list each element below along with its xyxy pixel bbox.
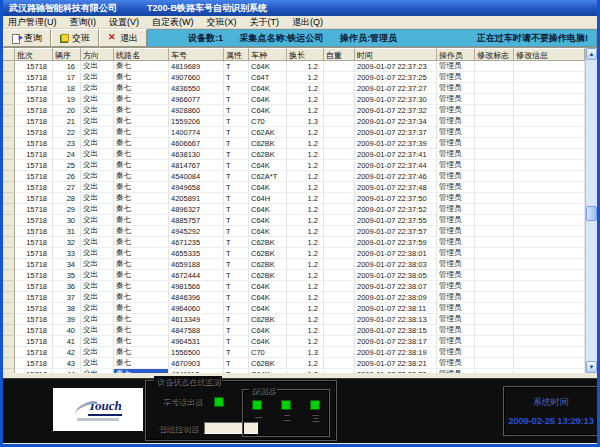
row-indicator[interactable] [3, 116, 15, 127]
table-cell[interactable] [324, 358, 355, 369]
table-cell[interactable] [324, 105, 355, 116]
row-indicator[interactable] [3, 237, 15, 248]
table-cell[interactable]: 1.2 [287, 325, 324, 336]
table-cell[interactable]: 秦七 [114, 116, 169, 127]
table-cell[interactable]: 管理员 [437, 281, 475, 292]
table-row[interactable]: 1571831交出秦七4945292TC64K1.22009-01-07 22:… [3, 226, 585, 237]
table-cell[interactable]: 秦七 [114, 336, 169, 347]
table-cell[interactable]: C62BK [249, 358, 287, 369]
table-cell[interactable]: 2009-01-07 22:38:01 [355, 248, 437, 259]
table-cell[interactable]: 秦七 [114, 138, 169, 149]
table-cell[interactable]: 交出 [81, 105, 114, 116]
table-cell[interactable]: 交出 [81, 138, 114, 149]
table-cell[interactable]: T [224, 215, 249, 226]
table-cell[interactable]: 15718 [15, 226, 53, 237]
header-cell[interactable]: 修改信息 [514, 48, 585, 61]
table-cell[interactable] [324, 259, 355, 270]
row-indicator[interactable] [3, 303, 15, 314]
table-cell[interactable]: 4819689 [169, 61, 224, 72]
table-cell[interactable]: 22 [53, 127, 81, 138]
table-cell[interactable]: 秦七 [114, 94, 169, 105]
table-cell[interactable] [514, 204, 585, 215]
table-cell[interactable]: 1.2 [287, 204, 324, 215]
table-cell[interactable] [514, 292, 585, 303]
table-cell[interactable] [475, 325, 514, 336]
table-cell[interactable]: 1556500 [169, 347, 224, 358]
shift-change-button[interactable]: 交班 [51, 29, 99, 47]
table-cell[interactable] [324, 281, 355, 292]
table-cell[interactable]: 1.2 [287, 83, 324, 94]
table-cell[interactable] [514, 226, 585, 237]
table-row[interactable]: 1571843交出秦七4670903TC62BK1.22009-01-07 22… [3, 358, 585, 369]
table-cell[interactable] [514, 160, 585, 171]
table-cell[interactable]: 21 [53, 116, 81, 127]
row-indicator[interactable] [3, 72, 15, 83]
table-cell[interactable]: 28 [53, 193, 81, 204]
scrollbar-thumb[interactable] [586, 206, 597, 221]
table-cell[interactable]: T [224, 83, 249, 94]
table-cell[interactable] [514, 171, 585, 182]
table-cell[interactable]: 4896327 [169, 204, 224, 215]
table-cell[interactable]: 秦七 [114, 325, 169, 336]
table-cell[interactable]: 交出 [81, 127, 114, 138]
table-cell[interactable]: 秦七 [114, 281, 169, 292]
table-cell[interactable]: C62A*T [249, 171, 287, 182]
table-cell[interactable] [475, 105, 514, 116]
table-cell[interactable]: T [224, 259, 249, 270]
table-cell[interactable]: T [224, 127, 249, 138]
table-row[interactable]: 1571826交出秦七4540084TC62A*T1.22009-01-07 2… [3, 171, 585, 182]
table-cell[interactable] [514, 281, 585, 292]
table-cell[interactable]: 4846396 [169, 292, 224, 303]
table-cell[interactable] [324, 116, 355, 127]
table-cell[interactable]: 秦七 [114, 193, 169, 204]
table-row[interactable]: 1571842交出秦七1556500TC701.32009-01-07 22:3… [3, 347, 585, 358]
table-cell[interactable]: 1.2 [287, 270, 324, 281]
table-cell[interactable]: 交出 [81, 182, 114, 193]
table-cell[interactable] [475, 281, 514, 292]
row-indicator[interactable] [3, 270, 15, 281]
table-cell[interactable]: 4540084 [169, 171, 224, 182]
table-cell[interactable]: 15718 [15, 314, 53, 325]
table-cell[interactable] [324, 193, 355, 204]
table-cell[interactable]: C64K [249, 292, 287, 303]
table-cell[interactable]: 2009-01-07 22:38:07 [355, 281, 437, 292]
table-cell[interactable]: 管理员 [437, 94, 475, 105]
table-cell[interactable]: 管理员 [437, 259, 475, 270]
table-cell[interactable]: 秦七 [114, 347, 169, 358]
table-cell[interactable]: 交出 [81, 281, 114, 292]
table-cell[interactable]: 1.2 [287, 358, 324, 369]
table-cell[interactable] [324, 204, 355, 215]
table-cell[interactable]: 管理员 [437, 182, 475, 193]
table-cell[interactable]: 秦七 [114, 369, 169, 373]
table-cell[interactable]: C70 [249, 116, 287, 127]
row-indicator[interactable] [3, 292, 15, 303]
table-cell[interactable] [475, 171, 514, 182]
table-cell[interactable]: 39 [53, 314, 81, 325]
table-cell[interactable]: 37 [53, 292, 81, 303]
table-cell[interactable]: 15718 [15, 105, 53, 116]
table-cell[interactable]: 管理员 [437, 325, 475, 336]
table-cell[interactable]: 交出 [81, 149, 114, 160]
table-cell[interactable]: 1.2 [287, 281, 324, 292]
table-cell[interactable]: 15718 [15, 281, 53, 292]
row-indicator[interactable] [3, 182, 15, 193]
table-cell[interactable] [475, 303, 514, 314]
row-indicator[interactable] [3, 281, 15, 292]
table-cell[interactable]: 交出 [81, 336, 114, 347]
scrollbar-track[interactable] [586, 60, 597, 361]
table-cell[interactable] [324, 182, 355, 193]
table-cell[interactable]: 管理员 [437, 138, 475, 149]
table-cell[interactable] [514, 182, 585, 193]
menu-item[interactable]: 关于(T) [250, 16, 280, 29]
table-cell[interactable]: T [224, 182, 249, 193]
table-cell[interactable]: 40 [53, 325, 81, 336]
table-cell[interactable]: 2009-01-07 22:37:23 [355, 61, 437, 72]
table-row[interactable]: 1571828交出秦七4205891TC64H1.22009-01-07 22:… [3, 193, 585, 204]
table-cell[interactable] [475, 138, 514, 149]
table-cell[interactable]: 1.2 [287, 94, 324, 105]
table-cell[interactable]: 15718 [15, 248, 53, 259]
table-cell[interactable]: 1559206 [169, 116, 224, 127]
table-cell[interactable]: 管理员 [437, 292, 475, 303]
table-cell[interactable] [514, 248, 585, 259]
table-cell[interactable] [475, 83, 514, 94]
